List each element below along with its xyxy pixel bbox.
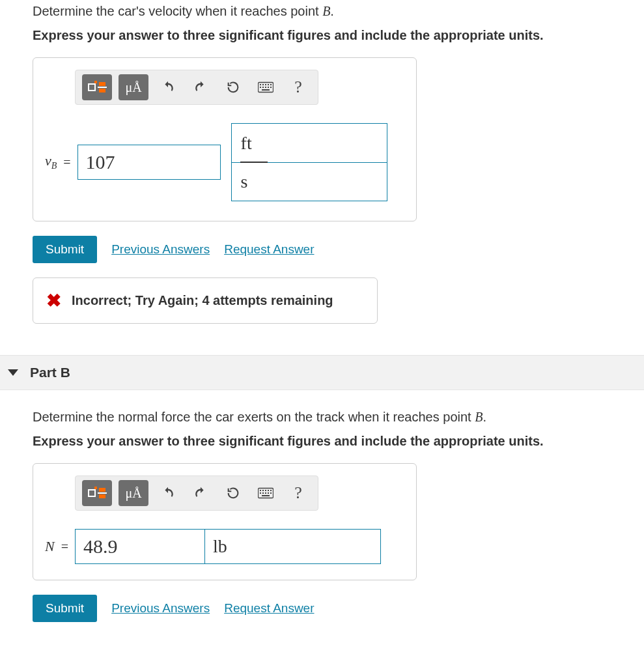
part-b-question: Determine the normal force the car exert…	[33, 410, 611, 425]
incorrect-icon: ✖	[46, 290, 61, 311]
value-input[interactable]	[75, 529, 205, 564]
part-a-question: Determine the car's velocity when it rea…	[33, 4, 611, 19]
svg-rect-2	[262, 84, 264, 85]
svg-rect-4	[268, 84, 269, 85]
svg-rect-21	[268, 492, 269, 494]
previous-answers-link[interactable]: Previous Answers	[111, 242, 210, 257]
svg-rect-11	[262, 89, 270, 91]
feedback-box: ✖ Incorrect; Try Again; 4 attempts remai…	[33, 277, 378, 324]
undo-button[interactable]	[155, 480, 181, 506]
request-answer-link[interactable]: Request Answer	[224, 601, 314, 616]
fraction-bar	[240, 162, 268, 163]
svg-rect-1	[260, 84, 261, 85]
svg-rect-3	[265, 84, 266, 85]
part-a-instruction: Express your answer to three significant…	[33, 28, 611, 43]
svg-rect-23	[262, 495, 270, 496]
svg-rect-16	[268, 490, 269, 491]
part-b-answer-row: N = lb	[45, 529, 404, 564]
feedback-text: Incorrect; Try Again; 4 attempts remaini…	[72, 293, 333, 308]
var-label: vB	[45, 152, 57, 171]
svg-rect-19	[262, 492, 264, 494]
part-b-actions: Submit Previous Answers Request Answer	[33, 595, 611, 622]
part-b-title: Part B	[30, 365, 70, 380]
special-chars-button[interactable]: μÅ	[119, 74, 148, 100]
templates-button[interactable]	[82, 74, 112, 100]
svg-rect-22	[270, 492, 272, 494]
request-answer-link[interactable]: Request Answer	[224, 242, 314, 257]
templates-button[interactable]	[82, 480, 112, 506]
part-a-answer-box: μÅ ? vB =	[33, 57, 417, 221]
submit-button[interactable]: Submit	[33, 595, 97, 622]
keyboard-button[interactable]	[253, 74, 279, 100]
svg-rect-9	[268, 87, 269, 88]
svg-rect-6	[260, 87, 261, 88]
part-a-answer-row: vB = ft s	[45, 123, 404, 201]
part-b-toolbar: μÅ ?	[75, 475, 318, 511]
special-chars-button[interactable]: μÅ	[119, 480, 148, 506]
reset-button[interactable]	[220, 74, 246, 100]
svg-rect-5	[270, 84, 272, 85]
collapse-caret-icon[interactable]	[8, 369, 18, 376]
part-b-answer-box: μÅ ? N =	[33, 463, 417, 580]
previous-answers-link[interactable]: Previous Answers	[111, 601, 210, 616]
equals-sign: =	[63, 155, 70, 170]
redo-button[interactable]	[188, 74, 214, 100]
help-button[interactable]: ?	[285, 74, 311, 100]
svg-rect-17	[270, 490, 272, 491]
unit-input[interactable]: ft s	[231, 123, 387, 201]
keyboard-button[interactable]	[253, 480, 279, 506]
submit-button[interactable]: Submit	[33, 236, 97, 263]
part-b-header[interactable]: Part B	[0, 355, 644, 390]
value-input[interactable]	[77, 145, 221, 180]
svg-rect-13	[260, 490, 261, 491]
unit-denominator[interactable]: s	[231, 162, 387, 201]
svg-rect-10	[270, 87, 272, 88]
svg-rect-18	[260, 492, 261, 494]
unit-input[interactable]: lb	[205, 529, 381, 564]
redo-button[interactable]	[188, 480, 214, 506]
reset-button[interactable]	[220, 480, 246, 506]
var-label: N	[45, 538, 55, 555]
svg-rect-15	[265, 490, 266, 491]
help-button[interactable]: ?	[285, 480, 311, 506]
svg-rect-20	[265, 492, 266, 494]
part-a-toolbar: μÅ ?	[75, 70, 318, 105]
part-a-actions: Submit Previous Answers Request Answer	[33, 236, 611, 263]
unit-numerator[interactable]: ft	[231, 123, 387, 162]
part-b-instruction: Express your answer to three significant…	[33, 434, 611, 449]
undo-button[interactable]	[155, 74, 181, 100]
svg-rect-14	[262, 490, 264, 491]
equals-sign: =	[61, 539, 68, 554]
svg-rect-8	[265, 87, 266, 88]
svg-rect-7	[262, 87, 264, 88]
